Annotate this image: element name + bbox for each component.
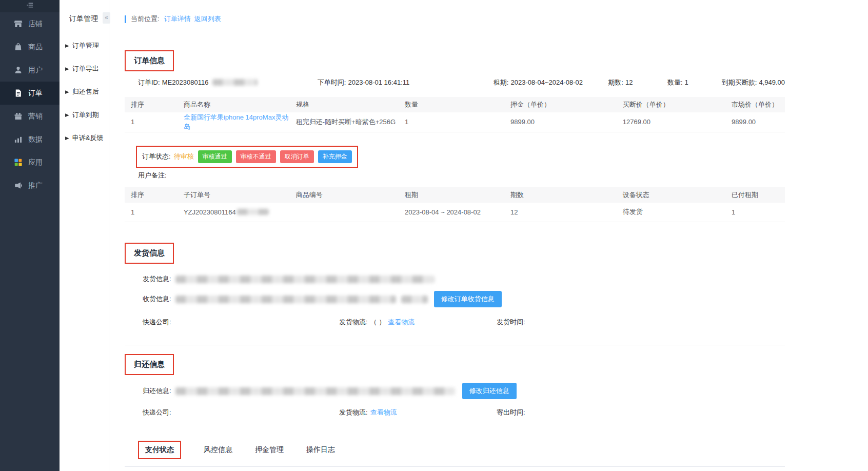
menu-toggle-icon: [26, 2, 34, 11]
tab-operation-log[interactable]: 操作日志: [306, 445, 335, 455]
order-id: 订单ID:ME2023080116: [138, 78, 318, 87]
product-table-header-row: 排序 商品名称 规格 数量 押金（单价） 买断价（单价） 市场价（单价）: [125, 97, 785, 112]
column-header: 买断价（单价）: [617, 97, 725, 112]
cell-spec: 租完归还-随时买断+暗紫色+256G: [290, 112, 399, 132]
caret-right-icon: ▶: [65, 89, 69, 94]
submenu-item-label: 订单管理: [72, 41, 99, 50]
ship-info-label: 发货信息:: [143, 274, 171, 284]
order-status-label: 订单状态:: [142, 152, 171, 161]
add-deposit-button[interactable]: 补充押金: [318, 150, 352, 163]
cell-suborder-id: YZJ20230801164: [177, 203, 290, 222]
status-pending-badge: 待审核: [174, 152, 194, 161]
ship-logistics-row: 快递公司: 发货物流: （ ） 查看物流 发货时间:: [143, 318, 785, 327]
cell-quantity: 1: [399, 112, 504, 132]
submenu-item-label: 订单到期: [72, 110, 99, 120]
column-header: 市场价（单价）: [725, 97, 785, 112]
sidebar-item-marketing[interactable]: 营销: [0, 105, 60, 128]
redacted-suborder-id-suffix: [237, 209, 269, 215]
submenu-collapse-button[interactable]: «: [103, 12, 110, 24]
buyout-amount-label: 到期买断款:: [722, 78, 757, 86]
suborder-table-header-row: 排序 子订单号 商品编号 租期 期数 设备状态 已付租期: [125, 187, 785, 203]
cell-lease-period: 2023-08-04 ~ 2024-08-02: [399, 203, 504, 222]
tab-deposit-manage[interactable]: 押金管理: [255, 445, 284, 455]
order-icon: [13, 89, 23, 98]
view-logistics-link[interactable]: 查看物流: [370, 408, 397, 417]
product-name-link[interactable]: 全新国行苹果iphone 14proMax灵动岛: [184, 113, 288, 130]
submenu-item-order-expire[interactable]: ▶ 订单到期: [60, 103, 109, 126]
detail-tabs: 支付状态 风控信息 押金管理 操作日志: [125, 441, 785, 467]
product-table-row: 1 全新国行苹果iphone 14proMax灵动岛 租完归还-随时买断+暗紫色…: [125, 112, 785, 132]
order-detail-page: 店铺 商品 用户 订单 营销: [0, 0, 868, 471]
reject-button[interactable]: 审核不通过: [236, 150, 276, 163]
suborder-table: 排序 子订单号 商品编号 租期 期数 设备状态 已付租期 1 YZJ202308…: [125, 187, 785, 223]
sidebar-item-label: 用户: [28, 66, 43, 75]
product-table: 排序 商品名称 规格 数量 押金（单价） 买断价（单价） 市场价（单价） 1 全…: [125, 97, 785, 132]
column-header: 设备状态: [617, 187, 725, 203]
breadcrumb-current-link[interactable]: 订单详情: [164, 14, 191, 24]
cell-period-count: 12: [504, 203, 617, 222]
sidebar-item-promotion[interactable]: 推广: [0, 174, 60, 197]
sidebar-item-goods[interactable]: 商品: [0, 35, 60, 58]
view-logistics-link[interactable]: 查看物流: [388, 318, 415, 327]
cell-market-price: 9899.00: [725, 112, 785, 132]
main-sidebar: 店铺 商品 用户 订单 营销: [0, 0, 60, 471]
courier-company-label: 快递公司:: [143, 318, 339, 327]
edit-return-info-button[interactable]: 修改归还信息: [462, 383, 517, 399]
ship-logistics-value: （ ）: [370, 318, 386, 327]
cell-sort: 1: [125, 112, 177, 132]
column-header: 期数: [504, 187, 617, 203]
receive-info-label: 收货信息:: [143, 295, 171, 304]
ship-logistics-label: 发货物流:: [339, 318, 368, 327]
tab-payment-status[interactable]: 支付状态: [138, 441, 181, 459]
period-count-value: 12: [625, 78, 633, 86]
back-to-list-link[interactable]: 返回列表: [194, 14, 221, 24]
breadcrumb-accent-bar: [125, 15, 126, 23]
order-time-value: 2023-08-01 16:41:11: [348, 78, 409, 86]
column-header: 押金（单价）: [504, 97, 617, 112]
sidebar-item-label: 商品: [28, 43, 43, 52]
sidebar-item-data[interactable]: 数据: [0, 128, 60, 151]
quantity-label: 数量:: [667, 78, 683, 86]
marketing-icon: [13, 112, 23, 121]
submenu-item-label: 订单导出: [72, 64, 99, 73]
approve-button[interactable]: 审核通过: [198, 150, 232, 163]
sidebar-item-orders[interactable]: 订单: [0, 82, 60, 105]
lease-period-value: 2023-08-04~2024-08-02: [510, 78, 583, 86]
column-header: 排序: [125, 187, 177, 203]
cancel-order-button[interactable]: 取消订单: [280, 150, 314, 163]
breadcrumb-prefix: 当前位置:: [131, 14, 160, 24]
order-submenu: 订单管理 ▶ 订单管理 ▶ 订单导出 ▶ 归还售后 ▶ 订单到期 ▶ 申诉&反馈: [60, 0, 109, 471]
ship-info-row: 发货信息:: [143, 274, 785, 284]
column-header: 商品名称: [177, 97, 290, 112]
redacted-return-info: [175, 387, 455, 395]
order-id-label: 订单ID:: [138, 78, 160, 86]
shipping-section-title: 发货信息: [125, 243, 174, 264]
return-info-row: 归还信息: 修改归还信息: [143, 383, 785, 399]
submenu-item-appeal-feedback[interactable]: ▶ 申诉&反馈: [60, 126, 109, 149]
sidebar-collapse-toggle[interactable]: [0, 0, 60, 12]
redacted-receive-info-extra: [401, 296, 428, 303]
cell-device-status: 待发货: [617, 203, 725, 222]
apps-icon: [13, 158, 23, 167]
return-section-title: 归还信息: [125, 354, 174, 375]
sidebar-item-apps[interactable]: 应用: [0, 151, 60, 174]
column-header: 租期: [399, 187, 504, 203]
sidebar-item-label: 推广: [28, 181, 43, 190]
user-remark-label: 用户备注:: [138, 171, 785, 180]
sidebar-item-label: 数据: [28, 135, 43, 144]
sidebar-item-users[interactable]: 用户: [0, 58, 60, 82]
sidebar-item-shop[interactable]: 店铺: [0, 12, 60, 35]
tab-risk-info[interactable]: 风控信息: [204, 445, 232, 455]
cell-product-code: [290, 203, 399, 222]
return-logistics-row: 快递公司: 发货物流: 查看物流 寄出时间:: [143, 408, 785, 417]
submenu-item-order-export[interactable]: ▶ 订单导出: [60, 57, 109, 80]
order-info-section-title: 订单信息: [125, 50, 174, 71]
data-icon: [13, 135, 23, 144]
order-status-row: 订单状态: 待审核 审核通过 审核不通过 取消订单 补充押金: [136, 146, 358, 168]
buyout-amount: 到期买断款:4,949.00: [722, 78, 785, 87]
cell-sort: 1: [125, 203, 177, 222]
submenu-item-return-aftersale[interactable]: ▶ 归还售后: [60, 80, 109, 103]
edit-receive-info-button[interactable]: 修改订单收货信息: [434, 291, 502, 307]
submenu-item-order-manage[interactable]: ▶ 订单管理: [60, 34, 109, 57]
redacted-ship-info: [175, 276, 435, 283]
